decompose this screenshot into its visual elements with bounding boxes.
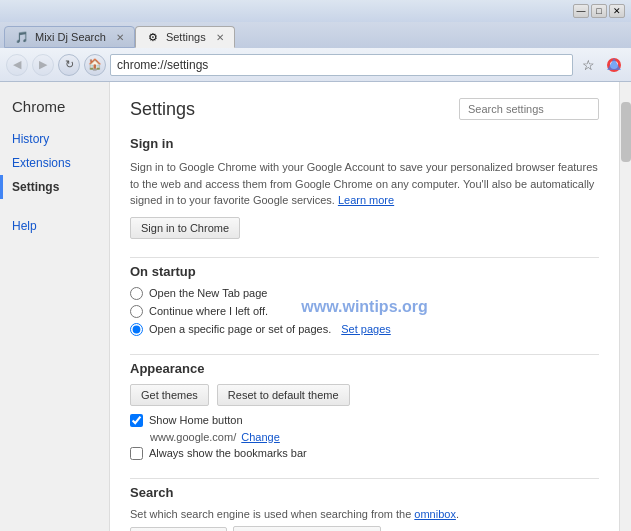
startup-radio-0[interactable] <box>130 287 143 300</box>
sidebar: Chrome History Extensions Settings Help <box>0 82 110 531</box>
show-home-checkbox[interactable]: Show Home button <box>130 414 599 427</box>
sidebar-item-help[interactable]: Help <box>0 214 109 238</box>
close-button[interactable]: ✕ <box>609 4 625 18</box>
appearance-section: Appearance Get themes Reset to default t… <box>130 361 599 460</box>
forward-button[interactable]: ▶ <box>32 54 54 76</box>
chrome-menu-icon[interactable] <box>603 54 625 76</box>
search-engine-select[interactable]: MixiDJ Search ▼ <box>130 527 227 531</box>
startup-options: Open the New Tab page Continue where I l… <box>130 287 599 336</box>
tab-settings-close-icon[interactable]: ✕ <box>216 32 224 43</box>
browser-frame: — □ ✕ 🎵 Mixi Dj Search ✕ ⚙ Settings ✕ ◀ … <box>0 0 631 531</box>
scrollbar[interactable] <box>619 82 631 531</box>
search-settings-input[interactable] <box>459 98 599 120</box>
bookmarks-bar-input[interactable] <box>130 447 143 460</box>
minimize-button[interactable]: — <box>573 4 589 18</box>
change-home-link[interactable]: Change <box>241 431 280 443</box>
tab-mixi-dj[interactable]: 🎵 Mixi Dj Search ✕ <box>4 26 135 48</box>
sidebar-item-extensions[interactable]: Extensions <box>0 151 109 175</box>
signin-title: Sign in <box>130 136 599 151</box>
reset-theme-button[interactable]: Reset to default theme <box>217 384 350 406</box>
nav-bar: ◀ ▶ ↻ 🏠 chrome://settings ☆ <box>0 48 631 82</box>
omnibox-link: omnibox <box>414 508 456 520</box>
startup-option-0[interactable]: Open the New Tab page <box>130 287 599 300</box>
scrollbar-thumb[interactable] <box>621 102 631 162</box>
tab-settings-label: Settings <box>166 31 206 43</box>
tab-settings[interactable]: ⚙ Settings ✕ <box>135 26 235 48</box>
tab-bar: 🎵 Mixi Dj Search ✕ ⚙ Settings ✕ <box>0 22 631 48</box>
on-startup-section: On startup Open the New Tab page Continu… <box>130 264 599 336</box>
appearance-title: Appearance <box>130 361 599 376</box>
sidebar-item-settings[interactable]: Settings <box>0 175 109 199</box>
maximize-button[interactable]: □ <box>591 4 607 18</box>
settings-header: Settings <box>130 98 599 120</box>
theme-buttons-row: Get themes Reset to default theme <box>130 384 599 406</box>
signin-description: Sign in to Google Chrome with your Googl… <box>130 159 599 209</box>
startup-option-2[interactable]: Open a specific page or set of pages. Se… <box>130 323 599 336</box>
startup-radio-1[interactable] <box>130 305 143 318</box>
bookmarks-bar-checkbox[interactable]: Always show the bookmarks bar <box>130 447 599 460</box>
window-controls: — □ ✕ <box>573 4 625 18</box>
address-bar[interactable]: chrome://settings <box>110 54 573 76</box>
search-description: Set which search engine is used when sea… <box>130 508 599 520</box>
red-arrow-icon: ← <box>391 526 411 532</box>
title-bar: — □ ✕ <box>0 0 631 22</box>
reload-button[interactable]: ↻ <box>58 54 80 76</box>
set-pages-link[interactable]: Set pages <box>341 323 391 335</box>
mixi-dj-favicon-icon: 🎵 <box>15 30 29 44</box>
learn-more-link: Learn more <box>338 194 394 206</box>
search-engine-row: MixiDJ Search ▼ Manage search engines...… <box>130 526 599 532</box>
startup-option-1[interactable]: Continue where I left off. <box>130 305 599 318</box>
signin-button[interactable]: Sign in to Chrome <box>130 217 240 239</box>
show-home-input[interactable] <box>130 414 143 427</box>
search-section: Search Set which search engine is used w… <box>130 485 599 532</box>
star-icon[interactable]: ☆ <box>577 54 599 76</box>
page-title: Settings <box>130 99 195 120</box>
address-text: chrome://settings <box>117 58 208 72</box>
manage-search-engines-button[interactable]: Manage search engines... <box>233 526 382 531</box>
on-startup-title: On startup <box>130 264 599 279</box>
home-url-row: www.google.com/ Change <box>150 431 599 443</box>
sidebar-title: Chrome <box>0 98 109 127</box>
startup-radio-2[interactable] <box>130 323 143 336</box>
settings-favicon-icon: ⚙ <box>146 30 160 44</box>
search-title: Search <box>130 485 599 500</box>
get-themes-button[interactable]: Get themes <box>130 384 209 406</box>
settings-content: Settings www.wintips.org Sign in Sign in… <box>110 82 619 531</box>
signin-section: Sign in Sign in to Google Chrome with yo… <box>130 136 599 239</box>
tab-mixi-dj-label: Mixi Dj Search <box>35 31 106 43</box>
sidebar-item-history[interactable]: History <box>0 127 109 151</box>
back-button[interactable]: ◀ <box>6 54 28 76</box>
home-button[interactable]: 🏠 <box>84 54 106 76</box>
main-area: Chrome History Extensions Settings Help … <box>0 82 631 531</box>
tab-mixi-dj-close-icon[interactable]: ✕ <box>116 32 124 43</box>
